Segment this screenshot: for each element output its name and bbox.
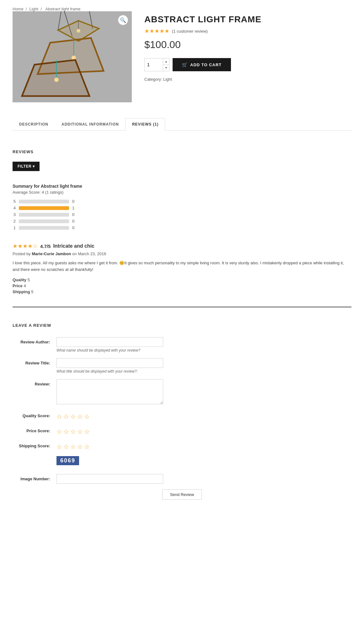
- image-number-field: [56, 474, 163, 484]
- breadcrumb-light[interactable]: Light: [29, 7, 38, 11]
- category-link[interactable]: Light: [163, 77, 172, 82]
- reviews-title: REVIEWS: [13, 149, 351, 154]
- filter-button[interactable]: FILTER ▾: [13, 162, 40, 171]
- summary-title: Summary for Abstract light frame: [13, 184, 351, 189]
- bar-track-1: [19, 226, 69, 230]
- bar-track-3: [19, 213, 69, 217]
- captcha-label: [13, 456, 56, 459]
- captcha-display: 6069: [56, 456, 79, 465]
- review-row: Review:: [13, 379, 351, 405]
- tab-reviews[interactable]: REVIEWS (1): [126, 118, 165, 131]
- rating-bar-1: 1 0: [13, 225, 351, 230]
- price-star-2[interactable]: ☆: [63, 428, 69, 435]
- price-star-5[interactable]: ☆: [84, 428, 90, 435]
- quantity-input[interactable]: [145, 58, 162, 71]
- review-score: 4.7/5: [40, 244, 51, 249]
- quality-rating: Quality 5: [13, 277, 351, 282]
- add-to-cart-button[interactable]: 🛒 ADD TO CART: [173, 58, 231, 71]
- cart-icon: 🛒: [182, 62, 188, 67]
- captcha-row: 6069: [13, 456, 351, 468]
- product-details: ABSTRACT LIGHT FRAME ★★★★★ (1 customer r…: [144, 11, 351, 102]
- bar-label-2: 2: [13, 219, 16, 224]
- review-text: I love this piece. All my guests asks me…: [13, 260, 351, 273]
- stars-row: ★★★★★ (1 customer review): [144, 28, 351, 35]
- quality-star-4[interactable]: ☆: [77, 413, 83, 420]
- price-score-label: Price Score:: [13, 426, 56, 433]
- price-rating: Price 4: [13, 283, 351, 288]
- image-number-input[interactable]: [56, 474, 163, 484]
- quality-score-row: Quality Score: ☆ ☆ ☆ ☆ ☆: [13, 411, 351, 420]
- bar-count-3: 0: [72, 212, 74, 217]
- shipping-star-2[interactable]: ☆: [63, 443, 69, 450]
- avg-score: Average Score: 4 (1 ratings): [13, 190, 351, 195]
- quality-score-label: Quality Score:: [13, 411, 56, 418]
- quality-star-3[interactable]: ☆: [70, 413, 76, 420]
- svg-point-6: [77, 29, 80, 33]
- quality-star-5[interactable]: ☆: [84, 413, 90, 420]
- price-star-4[interactable]: ☆: [77, 428, 83, 435]
- shipping-star-4[interactable]: ☆: [77, 443, 83, 450]
- review-divider: [13, 307, 351, 307]
- quality-star-2[interactable]: ☆: [63, 413, 69, 420]
- review-textarea[interactable]: [56, 379, 163, 404]
- breadcrumb-current: Abstract light frame: [46, 7, 81, 11]
- quantity-down-arrow[interactable]: ▼: [163, 65, 169, 71]
- price-score-row: Price Score: ☆ ☆ ☆ ☆ ☆: [13, 426, 351, 435]
- shipping-star-5[interactable]: ☆: [84, 443, 90, 450]
- bar-count-2: 0: [72, 219, 74, 224]
- quality-star-input[interactable]: ☆ ☆ ☆ ☆ ☆: [56, 411, 90, 420]
- review-count[interactable]: (1 customer review): [172, 29, 208, 34]
- breadcrumb-home[interactable]: Home: [13, 7, 24, 11]
- shipping-rating: Shipping 5: [13, 289, 351, 294]
- shipping-star-3[interactable]: ☆: [70, 443, 76, 450]
- tab-additional-information[interactable]: ADDITIONAL INFORMATION: [55, 118, 126, 131]
- author-row: Review Author: What name should be displ…: [13, 337, 351, 353]
- title-input[interactable]: [56, 358, 163, 368]
- review-stars-row: ★★★★☆ 4.7/5 Intricate and chic: [13, 243, 351, 250]
- review-item: ★★★★☆ 4.7/5 Intricate and chic Posted by…: [13, 243, 351, 294]
- product-title: ABSTRACT LIGHT FRAME: [144, 14, 351, 24]
- product-image-wrapper: 🔍: [13, 11, 132, 102]
- rating-bar-4: 4 1: [13, 206, 351, 210]
- shipping-score-label: Shipping Score:: [13, 441, 56, 448]
- bar-track-5: [19, 200, 69, 203]
- review-label: Review:: [13, 379, 56, 386]
- image-number-label: Image Number:: [13, 474, 56, 481]
- product-image: [13, 11, 132, 102]
- rating-summary: Summary for Abstract light frame Average…: [13, 184, 351, 230]
- review-ratings: Quality 5 Price 4 Shipping 5: [13, 277, 351, 294]
- author-hint: What name should be displayed with your …: [56, 348, 163, 353]
- price-star-input[interactable]: ☆ ☆ ☆ ☆ ☆: [56, 426, 90, 435]
- reviews-section: REVIEWS FILTER ▾ Summary for Abstract li…: [13, 143, 351, 512]
- bar-track-2: [19, 219, 69, 223]
- bar-count-5: 0: [72, 199, 74, 204]
- rating-bar-3: 3 0: [13, 212, 351, 217]
- zoom-icon[interactable]: 🔍: [118, 15, 128, 25]
- review-heading: Intricate and chic: [53, 243, 94, 249]
- bar-label-5: 5: [13, 199, 16, 204]
- quantity-wrapper: ▲ ▼: [144, 58, 169, 71]
- bar-label-1: 1: [13, 225, 16, 230]
- shipping-star-input[interactable]: ☆ ☆ ☆ ☆ ☆: [56, 441, 90, 450]
- title-field: What title should be displayed with your…: [56, 358, 163, 374]
- tab-description[interactable]: DESCRIPTION: [13, 118, 55, 131]
- bar-count-1: 0: [72, 225, 74, 230]
- send-review-button[interactable]: Send Review: [162, 489, 202, 500]
- category-label: Category:: [144, 77, 162, 82]
- quality-star-1[interactable]: ☆: [56, 413, 62, 420]
- review-meta: Posted by Marie-Curie Jambon on March 23…: [13, 251, 351, 256]
- bar-track-4: [19, 206, 69, 210]
- title-hint: What title should be displayed with your…: [56, 369, 163, 374]
- price-star-1[interactable]: ☆: [56, 428, 62, 435]
- product-section: 🔍 ABSTRACT LIGHT FRAME ★★★★★ (1 customer…: [13, 11, 351, 102]
- shipping-star-1[interactable]: ☆: [56, 443, 62, 450]
- shipping-score-row: Shipping Score: ☆ ☆ ☆ ☆ ☆: [13, 441, 351, 450]
- bar-count-4: 1: [72, 206, 74, 210]
- author-input[interactable]: [56, 337, 163, 347]
- price-star-3[interactable]: ☆: [70, 428, 76, 435]
- quantity-arrows: ▲ ▼: [163, 58, 169, 71]
- quantity-up-arrow[interactable]: ▲: [163, 58, 169, 65]
- bar-fill-4: [19, 206, 69, 210]
- tabs-section: DESCRIPTION ADDITIONAL INFORMATION REVIE…: [13, 118, 351, 131]
- title-label: Review Title:: [13, 358, 56, 365]
